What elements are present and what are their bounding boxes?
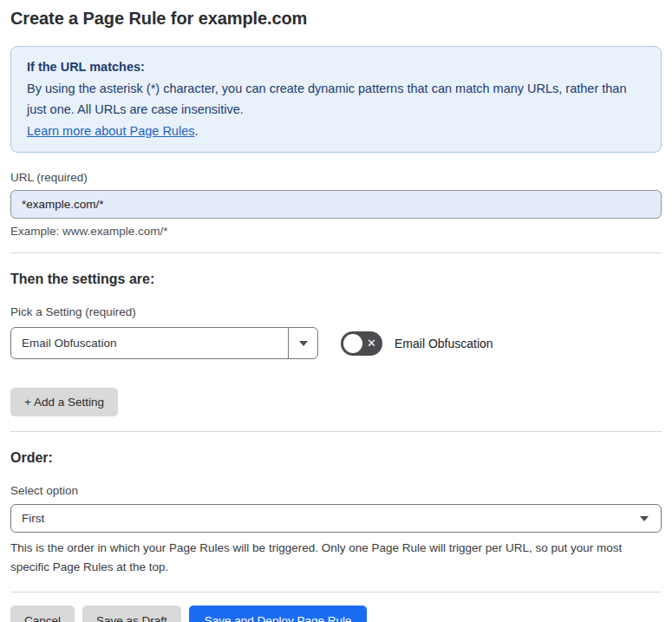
info-banner-heading: If the URL matches: (27, 56, 645, 78)
email-obfuscation-toggle[interactable]: ✕ (341, 331, 382, 356)
save-as-draft-button[interactable]: Save as Draft (82, 606, 181, 622)
divider-before-footer (10, 592, 662, 593)
toggle-label: Email Obfuscation (395, 337, 493, 350)
pick-setting-label: Pick a Setting (required) (10, 305, 662, 318)
chevron-down-icon (299, 341, 308, 346)
url-example-helper: Example: www.example.com/* (10, 225, 662, 238)
order-select[interactable]: First (10, 504, 662, 533)
info-banner-link-line: Learn more about Page Rules. (27, 121, 645, 142)
order-select-value: First (22, 512, 640, 525)
order-select-label: Select option (10, 484, 662, 497)
setting-select-arrow-segment[interactable] (288, 328, 317, 358)
info-banner-body: By using the asterisk (*) character, you… (27, 78, 645, 121)
url-field-label: URL (required) (10, 171, 662, 184)
divider-after-settings (10, 431, 662, 432)
toggle-knob (343, 334, 362, 353)
footer-actions: Cancel Save as Draft Save and Deploy Pag… (10, 606, 662, 622)
divider-after-url (10, 252, 662, 253)
cancel-button[interactable]: Cancel (10, 606, 75, 622)
create-page-rule-form: Create a Page Rule for example.com If th… (0, 0, 672, 622)
chevron-down-icon (640, 516, 649, 521)
url-input[interactable] (10, 190, 662, 219)
link-suffix-period: . (194, 124, 198, 138)
setting-select-value: Email Obfuscation (11, 328, 288, 358)
save-and-deploy-button[interactable]: Save and Deploy Page Rule (189, 606, 368, 622)
add-setting-button[interactable]: + Add a Setting (10, 388, 118, 416)
order-helper-text: This is the order in which your Page Rul… (10, 539, 662, 577)
setting-row: Email Obfuscation ✕ Email Obfuscation (10, 327, 662, 359)
order-section-heading: Order: (10, 450, 662, 466)
settings-section-heading: Then the settings are: (10, 272, 662, 287)
toggle-off-x-icon: ✕ (367, 337, 376, 349)
page-title: Create a Page Rule for example.com (10, 9, 662, 29)
setting-select[interactable]: Email Obfuscation (10, 327, 318, 359)
url-matches-info-banner: If the URL matches: By using the asteris… (10, 46, 662, 153)
learn-more-link[interactable]: Learn more about Page Rules (27, 124, 194, 138)
